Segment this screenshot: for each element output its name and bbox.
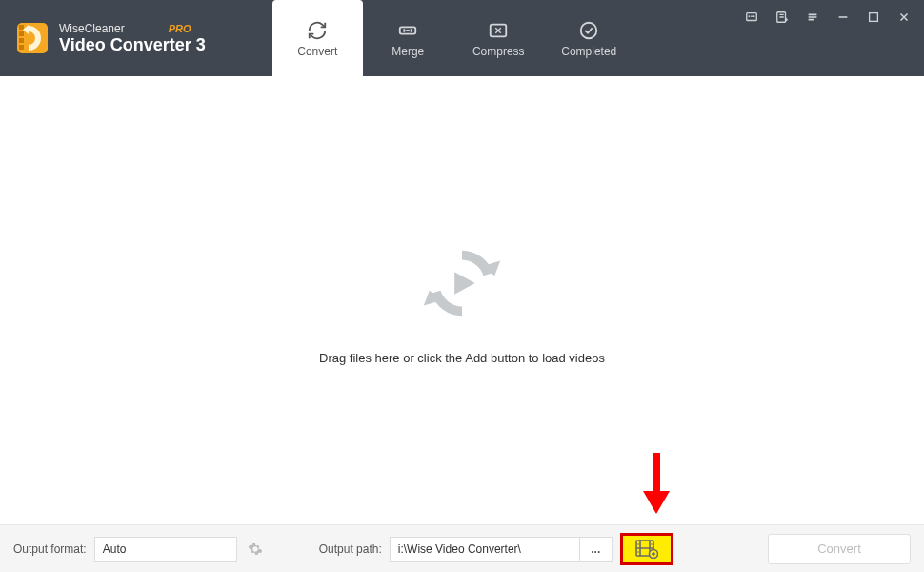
film-add-icon xyxy=(635,540,658,559)
check-circle-icon xyxy=(578,20,599,41)
titlebar: WiseCleaner PRO Video Converter 3 Conver… xyxy=(0,0,924,76)
refresh-icon xyxy=(307,20,328,41)
dropzone-hint: Drag files here or click the Add button … xyxy=(319,351,605,365)
tab-convert[interactable]: Convert xyxy=(272,0,363,76)
tab-label: Convert xyxy=(297,45,337,58)
output-format-label: Output format: xyxy=(13,542,87,556)
svg-point-7 xyxy=(581,23,597,39)
feedback-button[interactable] xyxy=(737,6,766,29)
brand-edition-badge: PRO xyxy=(169,23,191,34)
tab-completed[interactable]: Completed xyxy=(544,0,634,76)
svg-rect-3 xyxy=(19,38,24,43)
footer-bar: Output format: Auto Output path: i:\Wise… xyxy=(0,524,924,572)
dropzone[interactable]: Drag files here or click the Add button … xyxy=(0,76,924,524)
svg-rect-10 xyxy=(870,13,878,22)
app-logo-icon xyxy=(15,21,50,55)
output-path-value: i:\Wise Video Converter\ xyxy=(398,542,521,556)
svg-rect-2 xyxy=(19,31,24,36)
gear-icon xyxy=(248,541,263,557)
browse-label: ... xyxy=(591,542,600,556)
tab-merge[interactable]: Merge xyxy=(363,0,453,76)
annotation-arrow-icon xyxy=(643,453,670,516)
svg-rect-1 xyxy=(19,25,24,30)
format-settings-button[interactable] xyxy=(243,537,268,562)
add-video-button[interactable] xyxy=(620,533,673,565)
output-format-select[interactable]: Auto xyxy=(94,537,237,562)
maximize-button[interactable] xyxy=(859,6,888,29)
tab-compress[interactable]: Compress xyxy=(453,0,544,76)
minimize-button[interactable] xyxy=(829,6,857,29)
app-logo: WiseCleaner PRO Video Converter 3 xyxy=(0,0,225,76)
convert-button-label: Convert xyxy=(817,541,861,556)
tab-label: Merge xyxy=(392,45,424,58)
output-path-label: Output path: xyxy=(319,542,382,556)
compress-icon xyxy=(488,20,509,41)
output-path-input[interactable]: i:\Wise Video Converter\ xyxy=(390,537,580,562)
tab-label: Completed xyxy=(561,45,616,58)
menu-button[interactable] xyxy=(798,6,827,29)
brand-company: WiseCleaner xyxy=(59,22,125,35)
convert-button[interactable]: Convert xyxy=(768,534,911,564)
tab-label: Compress xyxy=(472,45,525,58)
brand-product: Video Converter 3 xyxy=(59,35,206,55)
merge-icon xyxy=(397,20,418,41)
close-button[interactable] xyxy=(890,6,918,29)
browse-path-button[interactable]: ... xyxy=(580,537,613,562)
svg-rect-11 xyxy=(653,453,660,491)
svg-rect-4 xyxy=(19,45,24,50)
refresh-play-icon xyxy=(415,236,509,330)
output-format-value: Auto xyxy=(103,542,127,556)
main-tabs: Convert Merge Compress Completed xyxy=(272,0,634,76)
register-button[interactable] xyxy=(768,6,796,29)
window-controls xyxy=(737,0,924,76)
